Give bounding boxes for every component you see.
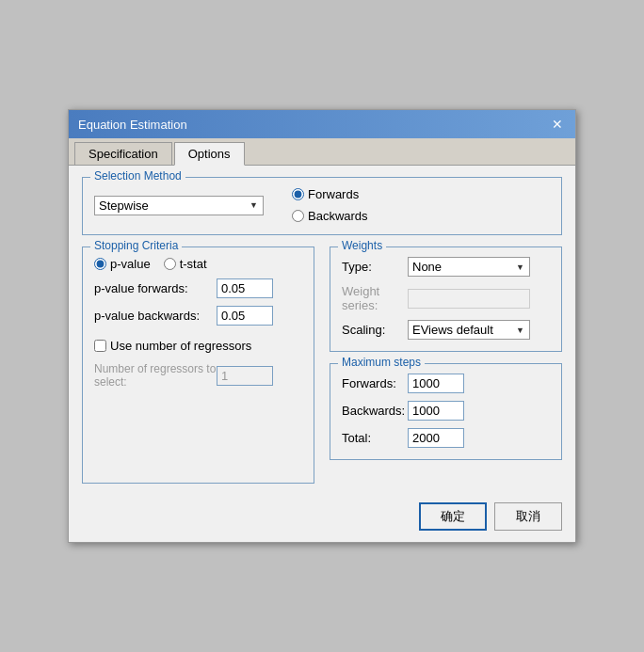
selection-method-select[interactable]: Stepwise Forward Backward Best Subset — [94, 196, 264, 215]
pvalue-backwards-input[interactable] — [217, 306, 273, 326]
radio-forwards-input[interactable] — [292, 188, 304, 200]
left-column: Stopping Criteria p-value t-stat — [82, 246, 314, 484]
num-regressors-label: Number of regressors to select: — [94, 362, 217, 389]
radio-backwards[interactable]: Backwards — [292, 209, 368, 223]
title-bar: Equation Estimation ✕ — [69, 110, 575, 138]
num-regressors-input — [217, 366, 273, 386]
weights-type-label: Type: — [342, 260, 408, 274]
stop-type-radio-group: p-value t-stat — [94, 257, 207, 271]
equation-estimation-dialog: Equation Estimation ✕ Specification Opti… — [68, 109, 576, 543]
weights-label: Weights — [338, 239, 386, 252]
max-steps-backwards-input[interactable] — [408, 401, 464, 421]
radio-tstat-input[interactable] — [164, 258, 176, 270]
pvalue-backwards-label: p-value backwards: — [94, 309, 217, 323]
weights-group: Weights Type: None AIC SIC — [330, 246, 562, 352]
selection-method-group: Selection Method Stepwise Forward Backwa… — [82, 177, 562, 235]
button-row: 确定 取消 — [69, 495, 575, 542]
tab-bar: Specification Options — [69, 138, 575, 166]
selection-method-select-wrap: Stepwise Forward Backward Best Subset — [94, 196, 264, 215]
radio-backwards-input[interactable] — [292, 210, 304, 222]
right-column: Weights Type: None AIC SIC — [330, 246, 562, 484]
maximum-steps-label: Maximum steps — [338, 356, 425, 369]
tab-options[interactable]: Options — [174, 142, 245, 166]
scaling-select-wrap: EViews default Scale by n None — [408, 320, 530, 340]
max-steps-forwards-row: Forwards: — [342, 374, 550, 393]
radio-pvalue-input[interactable] — [94, 258, 106, 270]
radio-forwards[interactable]: Forwards — [292, 187, 359, 201]
dialog-content: Selection Method Stepwise Forward Backwa… — [69, 166, 575, 495]
max-steps-forwards-input[interactable] — [408, 374, 464, 393]
pvalue-forwards-input[interactable] — [217, 278, 273, 298]
tab-specification[interactable]: Specification — [74, 142, 172, 165]
weights-type-select[interactable]: None AIC SIC — [408, 257, 530, 277]
maximum-steps-group: Maximum steps Forwards: Backwards: Total… — [330, 363, 562, 460]
max-steps-forwards-label: Forwards: — [342, 376, 408, 390]
selection-method-row: Stepwise Forward Backward Best Subset Fo… — [94, 187, 550, 223]
selection-method-label: Selection Method — [90, 169, 185, 183]
num-regressors-row: Number of regressors to select: — [94, 362, 302, 389]
radio-pvalue[interactable]: p-value — [94, 257, 151, 271]
radio-tstat[interactable]: t-stat — [164, 257, 207, 271]
pvalue-forwards-row: p-value forwards: — [94, 278, 302, 298]
weights-type-row: Type: None AIC SIC — [342, 257, 550, 277]
max-steps-backwards-row: Backwards: — [342, 401, 550, 421]
direction-radio-group: Forwards Backwards — [292, 187, 368, 223]
use-num-regressors-checkbox[interactable] — [94, 340, 106, 352]
dialog-title: Equation Estimation — [78, 118, 187, 132]
pvalue-forwards-label: p-value forwards: — [94, 281, 217, 295]
weights-type-select-wrap: None AIC SIC — [408, 257, 530, 277]
scaling-label: Scaling: — [342, 323, 408, 337]
confirm-button[interactable]: 确定 — [419, 502, 487, 531]
max-steps-total-label: Total: — [342, 431, 408, 445]
pvalue-backwards-row: p-value backwards: — [94, 306, 302, 326]
weight-series-label: Weight series: — [342, 284, 408, 312]
use-num-regressors-check[interactable]: Use number of regressors — [94, 339, 302, 353]
weight-series-row: Weight series: — [342, 284, 550, 312]
scaling-row: Scaling: EViews default Scale by n None — [342, 320, 550, 340]
weight-series-input — [408, 289, 530, 309]
scaling-select[interactable]: EViews default Scale by n None — [408, 320, 530, 340]
close-button[interactable]: ✕ — [549, 116, 566, 133]
cancel-button[interactable]: 取消 — [494, 502, 562, 531]
two-column-area: Stopping Criteria p-value t-stat — [82, 246, 562, 484]
stopping-criteria-label: Stopping Criteria — [90, 239, 182, 252]
max-steps-backwards-label: Backwards: — [342, 404, 408, 418]
max-steps-total-row: Total: — [342, 428, 550, 448]
stopping-criteria-group: Stopping Criteria p-value t-stat — [82, 246, 314, 484]
stop-type-row: p-value t-stat — [94, 257, 302, 271]
max-steps-total-input[interactable] — [408, 428, 464, 448]
